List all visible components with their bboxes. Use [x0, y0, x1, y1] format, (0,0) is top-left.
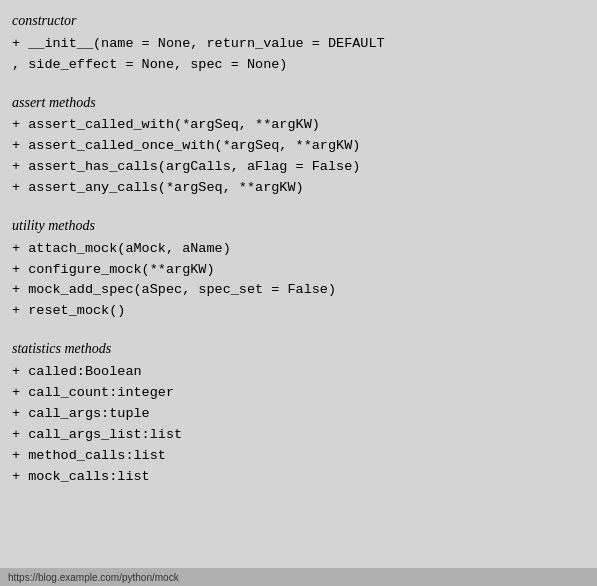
code-line-constructor-0: + __init__(name = None, return_value = D… [12, 34, 585, 55]
section-title-constructor: constructor [12, 10, 585, 32]
code-line-utility-methods-0: + attach_mock(aMock, aName) [12, 239, 585, 260]
code-line-constructor-1: , side_effect = None, spec = None) [12, 55, 585, 76]
code-line-assert-methods-2: + assert_has_calls(argCalls, aFlag = Fal… [12, 157, 585, 178]
code-line-statistics-methods-3: + call_args_list:list [12, 425, 585, 446]
code-line-assert-methods-3: + assert_any_calls(*argSeq, **argKW) [12, 178, 585, 199]
code-line-assert-methods-1: + assert_called_once_with(*argSeq, **arg… [12, 136, 585, 157]
code-line-statistics-methods-1: + call_count:integer [12, 383, 585, 404]
code-line-statistics-methods-5: + mock_calls:list [12, 467, 585, 488]
section-gap-2 [12, 322, 585, 328]
section-title-utility-methods: utility methods [12, 215, 585, 237]
code-line-statistics-methods-4: + method_calls:list [12, 446, 585, 467]
section-gap-0 [12, 76, 585, 82]
code-line-statistics-methods-0: + called:Boolean [12, 362, 585, 383]
code-line-utility-methods-2: + mock_add_spec(aSpec, spec_set = False) [12, 280, 585, 301]
url-text: https://blog.example.com/python/mock [8, 572, 179, 583]
code-line-utility-methods-1: + configure_mock(**argKW) [12, 260, 585, 281]
code-line-utility-methods-3: + reset_mock() [12, 301, 585, 322]
main-content: constructor+ __init__(name = None, retur… [0, 0, 597, 498]
status-bar: https://blog.example.com/python/mock [0, 568, 597, 586]
code-line-statistics-methods-2: + call_args:tuple [12, 404, 585, 425]
section-title-assert-methods: assert methods [12, 92, 585, 114]
code-line-assert-methods-0: + assert_called_with(*argSeq, **argKW) [12, 115, 585, 136]
section-gap-1 [12, 199, 585, 205]
section-title-statistics-methods: statistics methods [12, 338, 585, 360]
